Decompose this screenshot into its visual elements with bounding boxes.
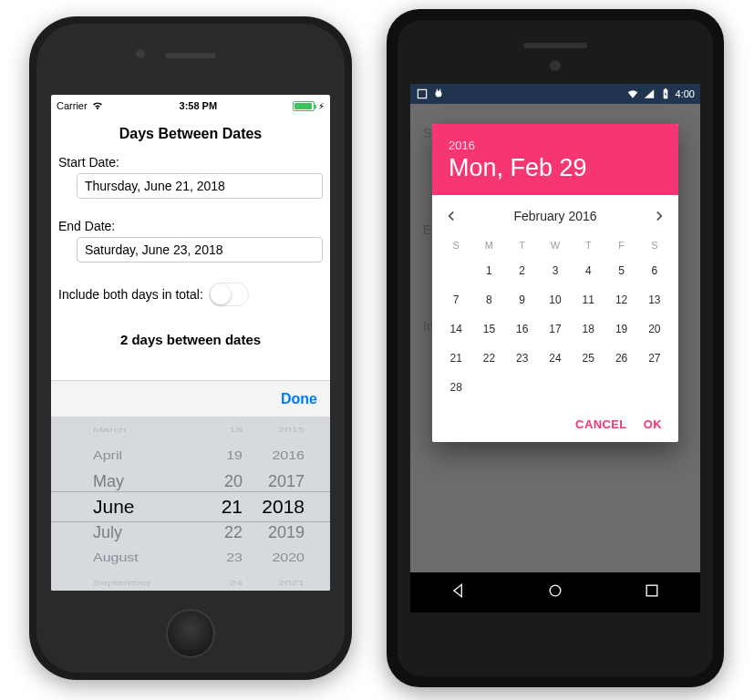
- picker-item[interactable]: 24: [230, 576, 243, 591]
- picker-item[interactable]: 2020: [272, 547, 305, 569]
- next-month-icon[interactable]: [651, 208, 667, 224]
- dp-dow: T: [572, 235, 604, 255]
- picker-month-column[interactable]: March April May June July August Septemb…: [93, 417, 184, 591]
- picker-item[interactable]: May: [93, 468, 124, 494]
- picker-item-selected[interactable]: 2018: [262, 494, 305, 520]
- dp-day[interactable]: 14: [439, 315, 472, 343]
- home-button[interactable]: [166, 609, 215, 658]
- picker-year-column[interactable]: 2015 2016 2017 2018 2019 2020 2021: [253, 417, 305, 591]
- dp-day[interactable]: 28: [439, 374, 472, 401]
- dp-day[interactable]: 21: [439, 345, 472, 372]
- dp-day[interactable]: 22: [472, 345, 505, 372]
- end-date-field[interactable]: Saturday, June 23, 2018: [77, 237, 323, 262]
- android-frame: 4:00 Sta End Incl 2016 Mon, Feb 29 Febru…: [387, 9, 724, 687]
- cancel-button[interactable]: CANCEL: [575, 417, 627, 431]
- android-clock: 4:00: [676, 88, 695, 99]
- picker-item[interactable]: 2016: [272, 445, 305, 467]
- end-date-label: End Date:: [58, 219, 323, 233]
- dp-dow: W: [539, 235, 572, 255]
- picker-item[interactable]: August: [93, 547, 139, 569]
- ios-clock: 3:58 PM: [180, 100, 218, 111]
- dp-day[interactable]: 19: [604, 315, 637, 343]
- dp-day[interactable]: 8: [472, 286, 505, 314]
- picker-day-column[interactable]: 18 19 20 21 22 23 24: [206, 417, 243, 591]
- picker-item[interactable]: September: [93, 576, 151, 591]
- svg-rect-3: [439, 89, 440, 91]
- svg-rect-5: [664, 88, 666, 90]
- dp-day[interactable]: 18: [572, 315, 604, 343]
- android-screen: 4:00 Sta End Incl 2016 Mon, Feb 29 Febru…: [410, 84, 700, 612]
- dp-day[interactable]: 25: [572, 345, 604, 372]
- prev-month-icon[interactable]: [443, 208, 460, 224]
- svg-rect-2: [437, 89, 438, 91]
- picker-item[interactable]: 19: [226, 445, 243, 467]
- dp-day[interactable]: 17: [539, 315, 572, 343]
- ios-date-picker[interactable]: March April May June July August Septemb…: [51, 417, 330, 591]
- result-text: 2 days between dates: [58, 332, 323, 347]
- wifi-icon: [626, 88, 639, 100]
- ok-button[interactable]: OK: [644, 417, 662, 431]
- iphone-bezel: Carrier 3:58 PM ⚡︎ Days Between Dates St…: [36, 24, 345, 673]
- picker-item[interactable]: July: [93, 520, 122, 545]
- include-both-label: Include both days in total:: [58, 287, 203, 302]
- start-date-field[interactable]: Thursday, June 21, 2018: [77, 173, 323, 199]
- picker-item-selected[interactable]: 21: [222, 494, 243, 520]
- iphone-frame: Carrier 3:58 PM ⚡︎ Days Between Dates St…: [29, 16, 352, 680]
- dp-day[interactable]: 16: [506, 315, 539, 343]
- picker-item[interactable]: 2017: [268, 468, 305, 494]
- dp-blank: [439, 257, 472, 284]
- dp-day[interactable]: 6: [638, 257, 671, 284]
- dp-day[interactable]: 27: [638, 345, 671, 372]
- wifi-icon: [91, 101, 104, 110]
- picker-item[interactable]: 20: [224, 468, 243, 494]
- page-title: Days Between Dates: [58, 126, 323, 142]
- ios-content: Days Between Dates Start Date: Thursday,…: [51, 113, 330, 347]
- picker-item[interactable]: 2015: [278, 423, 305, 438]
- dp-day[interactable]: 1: [472, 257, 505, 284]
- dp-day[interactable]: 23: [506, 345, 539, 372]
- carrier-label: Carrier: [57, 100, 88, 111]
- dp-dow: T: [506, 235, 539, 255]
- earpiece: [165, 53, 216, 58]
- dp-month-label: February 2016: [460, 209, 651, 223]
- recents-button[interactable]: [643, 582, 661, 603]
- charging-icon: ⚡︎: [318, 101, 325, 111]
- ios-screen: Carrier 3:58 PM ⚡︎ Days Between Dates St…: [51, 95, 330, 591]
- dp-day[interactable]: 15: [472, 315, 505, 343]
- battery-icon: [659, 88, 672, 100]
- include-both-switch[interactable]: [209, 283, 249, 306]
- android-nav-bar: [410, 572, 700, 612]
- dp-day[interactable]: 10: [539, 286, 572, 314]
- dp-dow: S: [439, 235, 472, 255]
- dp-headline[interactable]: Mon, Feb 29: [449, 154, 662, 182]
- dp-day[interactable]: 7: [439, 286, 472, 314]
- start-date-label: Start Date:: [58, 155, 323, 170]
- picker-item[interactable]: 2019: [268, 520, 305, 545]
- dp-day[interactable]: 5: [604, 257, 637, 284]
- front-camera: [550, 60, 561, 71]
- dp-day[interactable]: 4: [572, 257, 604, 284]
- svg-rect-7: [646, 585, 657, 596]
- dp-day[interactable]: 13: [638, 286, 671, 314]
- picker-item[interactable]: April: [93, 445, 122, 467]
- dp-day-selected[interactable]: 29: [472, 374, 505, 401]
- dp-day[interactable]: 3: [539, 257, 572, 284]
- home-button[interactable]: [546, 582, 564, 603]
- picker-item[interactable]: 22: [224, 520, 243, 545]
- dp-day[interactable]: 12: [604, 286, 637, 314]
- dp-day[interactable]: 20: [638, 315, 671, 343]
- picker-item[interactable]: 23: [226, 547, 243, 569]
- dp-day[interactable]: 2: [506, 257, 539, 284]
- picker-item-selected[interactable]: June: [93, 494, 135, 520]
- dp-year-label[interactable]: 2016: [449, 139, 662, 152]
- picker-item[interactable]: March: [93, 423, 126, 438]
- back-button[interactable]: [449, 582, 468, 603]
- dp-day[interactable]: 24: [539, 345, 572, 372]
- dp-day[interactable]: 26: [604, 345, 637, 372]
- android-debug-icon: [432, 88, 445, 100]
- picker-item[interactable]: 2021: [278, 576, 305, 591]
- dp-day[interactable]: 11: [572, 286, 604, 314]
- picker-item[interactable]: 18: [230, 423, 243, 438]
- done-button[interactable]: Done: [281, 391, 317, 407]
- dp-day[interactable]: 9: [506, 286, 539, 314]
